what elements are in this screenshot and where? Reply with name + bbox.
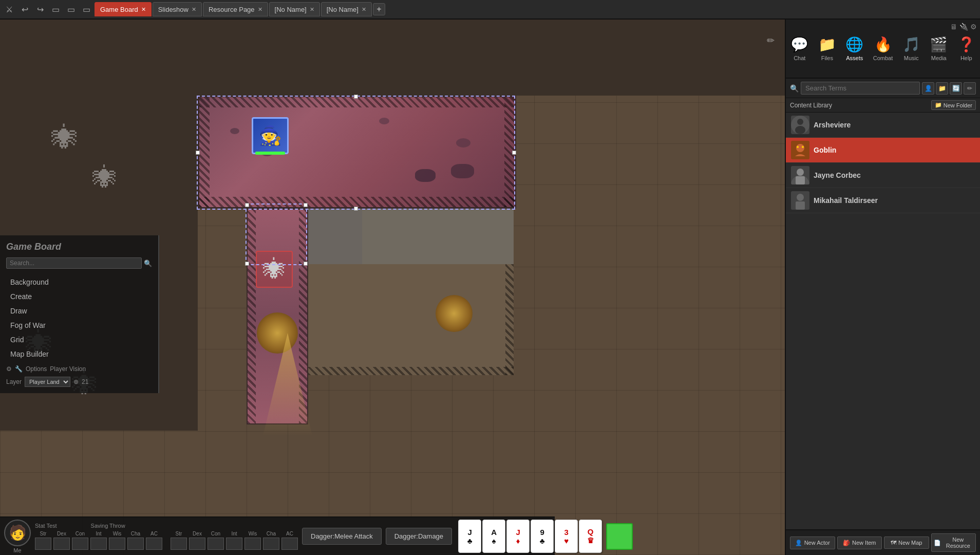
menu-fog-of-war[interactable]: Fog of War — [6, 318, 152, 332]
player-avatar[interactable]: 🧑 — [4, 520, 31, 546]
stat-cell-1[interactable] — [35, 538, 51, 550]
stat-cell-8[interactable] — [171, 538, 187, 550]
sidebar-combat-btn[interactable]: 🔥 Combat — [869, 33, 898, 64]
menu-draw[interactable]: Draw — [6, 304, 152, 318]
tab-resource-close[interactable]: ✕ — [258, 6, 262, 13]
sidebar-files-btn[interactable]: 📁 Files — [814, 33, 841, 64]
menu-background[interactable]: Background — [6, 275, 152, 289]
pencil-icon[interactable]: ✏ — [767, 35, 775, 46]
stat-cell-12[interactable] — [244, 538, 261, 550]
stat-cell-3[interactable] — [72, 538, 88, 550]
layer-row: Layer Player Land ⊕ 21 — [6, 377, 152, 387]
tab-noname1-close[interactable]: ✕ — [310, 6, 314, 13]
sidebar-help-btn[interactable]: ❓ Help — [952, 33, 980, 64]
new-folder-button[interactable]: 📁 New Folder — [931, 100, 976, 110]
green-action-square[interactable] — [606, 523, 633, 550]
hero-token[interactable]: 🧙 — [252, 117, 289, 154]
asset-arsheviere[interactable]: Arsheviere — [786, 113, 980, 138]
stat-cell-7[interactable] — [146, 538, 162, 550]
stat-spacer2 — [164, 538, 168, 550]
music-label: Music — [904, 55, 919, 61]
new-item-label: New Item — [852, 540, 876, 546]
goblin-name: Goblin — [814, 146, 836, 154]
options-label[interactable]: Options — [26, 365, 47, 373]
sidebar-media-btn[interactable]: 🎬 Media — [925, 33, 953, 64]
new-item-button[interactable]: 🎒 New Item — [837, 536, 882, 549]
monitor-icon[interactable]: 🖥 — [950, 23, 957, 31]
stat-cell-11[interactable] — [226, 538, 242, 550]
bottom-room — [308, 264, 514, 375]
stat-wis-label2: Wis — [244, 531, 261, 536]
tool1-icon[interactable]: ▭ — [48, 2, 63, 16]
tab-gameboard-close[interactable]: ✕ — [141, 6, 146, 13]
add-tab-button[interactable]: + — [373, 3, 385, 15]
dagger-damage-button[interactable]: Dagger:Damage — [386, 528, 452, 545]
layer-select[interactable]: Player Land — [25, 377, 70, 387]
svg-rect-9 — [796, 176, 805, 184]
stat-cell-14[interactable] — [281, 538, 298, 550]
card-1[interactable]: J ♣ — [458, 520, 481, 553]
panel-search-icon[interactable]: 🔍 — [144, 260, 152, 267]
card-6[interactable]: Q ♛ — [579, 520, 602, 553]
player-vision-label[interactable]: Player Vision — [50, 365, 86, 373]
sidebar-assets-btn[interactable]: 🌐 Assets — [841, 33, 869, 64]
settings-icon[interactable]: ⚙ — [970, 23, 977, 31]
sidebar-music-btn[interactable]: 🎵 Music — [897, 33, 925, 64]
tab-noname2-close[interactable]: ✕ — [362, 6, 366, 13]
card-2[interactable]: A ♠ — [482, 520, 505, 553]
music-icon: 🎵 — [902, 36, 920, 53]
tool2-icon[interactable]: ▭ — [64, 2, 78, 16]
tab-slideshow-close[interactable]: ✕ — [192, 6, 196, 13]
panel-search-input[interactable] — [6, 257, 142, 269]
game-area[interactable]: 🕷 🕷 🕷 🕷 🧙 🕷 ✏ Game Board — [0, 20, 785, 555]
search-refresh-btn[interactable]: 🔄 — [950, 82, 962, 95]
menu-grid[interactable]: Grid — [6, 332, 152, 347]
redo-icon[interactable]: ↪ — [33, 2, 47, 16]
rock3 — [379, 118, 389, 124]
files-icon: 📁 — [818, 36, 836, 53]
card-3[interactable]: J ♦ — [506, 520, 530, 553]
tool3-icon[interactable]: ▭ — [79, 2, 93, 16]
stat-spacer — [164, 531, 168, 536]
arsheviere-avatar — [791, 116, 809, 134]
spider-token[interactable]: 🕷 — [256, 251, 293, 288]
search-person-btn[interactable]: 👤 — [922, 82, 934, 95]
tab-slideshow[interactable]: Slideshow ✕ — [153, 2, 202, 16]
stat-cell-6[interactable] — [127, 538, 144, 550]
new-resource-button[interactable]: 📄 New Resource — [931, 533, 976, 552]
stat-cell-5[interactable] — [109, 538, 125, 550]
stat-cell-2[interactable] — [53, 538, 70, 550]
stat-cell-10[interactable] — [208, 538, 224, 550]
bottom-room-hatch-right — [505, 264, 514, 375]
svg-point-2 — [795, 126, 805, 134]
search-input[interactable] — [801, 82, 920, 95]
dagger-melee-button[interactable]: Dagger:Melee Attack — [302, 528, 382, 545]
asset-jayne[interactable]: Jayne Corbec — [786, 163, 980, 188]
undo-icon[interactable]: ↩ — [17, 2, 32, 16]
tab-noname2[interactable]: [No Name] ✕ — [321, 2, 372, 16]
asset-mikahail[interactable]: Mikahail Taldirseer — [786, 188, 980, 213]
options-icon2: 🔧 — [15, 365, 23, 373]
menu-create[interactable]: Create — [6, 289, 152, 304]
card-5[interactable]: 3 ♥ — [555, 520, 578, 553]
app-icon[interactable]: ⚔ — [2, 2, 16, 16]
card-4-value: 9 — [540, 528, 544, 536]
help-icon: ❓ — [957, 36, 975, 53]
new-actor-button[interactable]: 👤 New Actor — [790, 536, 835, 549]
tab-resource[interactable]: Resource Page ✕ — [203, 2, 268, 16]
card-4[interactable]: 9 ♣ — [531, 520, 554, 553]
sidebar-chat-btn[interactable]: 💬 Chat — [786, 33, 814, 64]
stat-cell-4[interactable] — [90, 538, 107, 550]
stat-cell-13[interactable] — [263, 538, 279, 550]
asset-goblin[interactable]: Goblin — [786, 138, 980, 163]
search-folder-btn[interactable]: 📁 — [936, 82, 948, 95]
menu-map-builder[interactable]: Map Builder — [6, 347, 152, 361]
stat-cell-9[interactable] — [189, 538, 205, 550]
folder-icon: 📁 — [935, 102, 942, 108]
power-icon[interactable]: 🔌 — [959, 23, 968, 31]
search-edit-btn[interactable]: ✏ — [964, 82, 976, 95]
tab-noname1[interactable]: [No Name] ✕ — [269, 2, 320, 16]
new-map-button[interactable]: 🗺 New Map — [884, 536, 929, 549]
tab-gameboard[interactable]: Game Board ✕ — [95, 2, 152, 16]
stat-int-label1: Int — [90, 531, 107, 536]
